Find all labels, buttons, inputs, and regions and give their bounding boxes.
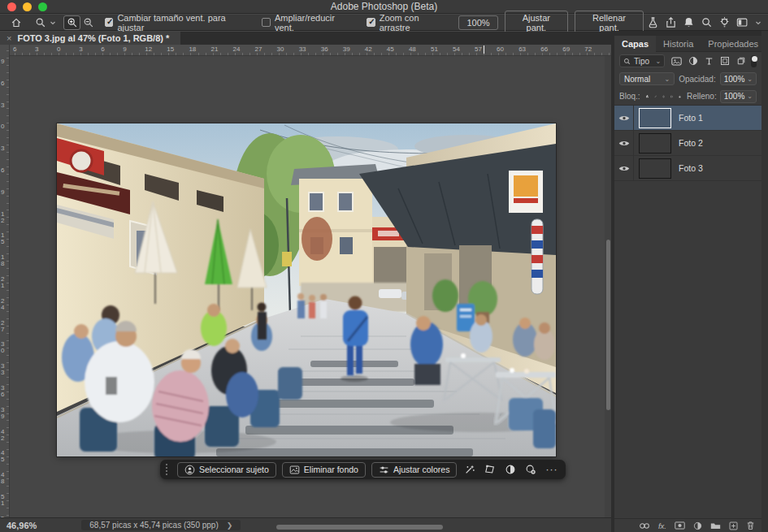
layers-bottom-toolbar: fx. [614, 518, 761, 532]
zoom-tool-button[interactable] [33, 15, 50, 30]
fit-screen-button[interactable]: Ajustar pant. [505, 11, 569, 35]
status-chevron-icon[interactable]: ❯ [227, 521, 233, 530]
scrubby-zoom-checkbox[interactable] [367, 18, 375, 27]
adjustment-circle-icon [505, 464, 516, 475]
select-subject-label: Seleccionar sujeto [199, 465, 269, 474]
share-icon[interactable] [665, 16, 677, 28]
discover-bulb-icon[interactable] [718, 16, 731, 28]
pixel-filter-icon[interactable] [671, 57, 682, 66]
zoom-in-icon [67, 17, 78, 28]
v-ruler-label: 30 [1, 341, 7, 354]
tool-chevron-icon[interactable] [50, 19, 56, 26]
vertical-scrollbar-thumb[interactable] [606, 240, 610, 410]
fill-label: Relleno: [687, 92, 717, 101]
new-adjustment-layer-icon[interactable] [693, 521, 702, 530]
layer-thumbnail[interactable] [639, 158, 671, 179]
layer-name: Foto 3 [679, 163, 703, 173]
new-layer-icon[interactable] [729, 521, 738, 530]
adjust-colors-button[interactable]: Ajustar colores [371, 462, 457, 478]
layer-thumbnail[interactable] [639, 108, 671, 128]
canvas-pasteboard[interactable]: Seleccionar sujeto Eliminar fondo Ajusta… [11, 56, 605, 517]
zoom-all-windows-checkbox[interactable] [262, 18, 271, 27]
shape-filter-icon[interactable] [720, 56, 730, 66]
vertical-ruler[interactable]: 9630369121518212427303336394245485154 [0, 45, 10, 517]
tab-historia[interactable]: Historia [656, 36, 701, 52]
adjustment-button[interactable] [503, 463, 518, 476]
lock-transparency-icon[interactable] [646, 92, 649, 102]
h-ruler-label: 6 [13, 45, 16, 53]
scrubby-zoom-checkbox-item[interactable]: Zoom con arrastre [367, 13, 448, 32]
workspace-chevron-icon[interactable] [755, 19, 761, 26]
image-icon [289, 465, 300, 475]
home-button[interactable] [7, 15, 24, 30]
workspace-icon[interactable] [736, 17, 749, 28]
layer-row[interactable]: Foto 1 [614, 106, 761, 131]
taskbar-more-button[interactable]: ··· [544, 464, 559, 475]
lock-all-icon[interactable] [679, 92, 681, 102]
layer-name: Foto 2 [679, 138, 703, 148]
zoom-out-mode-button[interactable] [80, 15, 98, 30]
tab-capas[interactable]: Capas [614, 36, 656, 52]
h-ruler-label: 3 [79, 45, 82, 53]
layer-visibility-cell[interactable] [614, 106, 634, 130]
layer-list: Foto 1 Foto 2 Foto 3 [614, 106, 761, 181]
type-filter-icon[interactable] [705, 57, 714, 66]
remove-background-button[interactable]: Eliminar fondo [282, 462, 366, 478]
transform-icon [484, 464, 496, 475]
h-ruler-label: 57 [475, 45, 482, 53]
notifications-bell-icon[interactable] [683, 16, 695, 28]
horizontal-scrollbar-thumb[interactable] [276, 525, 443, 530]
document-info-chip[interactable]: 68,57 picas x 45,74 picas (350 ppp) ❯ [81, 520, 241, 530]
status-zoom-value[interactable]: 46,96% [7, 521, 37, 530]
blend-mode-select[interactable]: Normal ⌄ [619, 72, 675, 85]
beta-flask-icon[interactable] [647, 16, 659, 28]
document-tab[interactable]: × FOTO 3.jpg al 47% (Foto 1, RGB/8) * [0, 32, 180, 45]
delete-layer-trash-icon[interactable] [746, 521, 755, 530]
v-ruler-label: 48 [1, 472, 7, 485]
resize-window-checkbox[interactable] [105, 18, 114, 27]
generative-sparkle-button[interactable] [462, 463, 477, 476]
tab-propiedades[interactable]: Propiedades [701, 36, 766, 52]
remove-background-label: Eliminar fondo [304, 465, 358, 474]
collapsed-dock-strip[interactable] [761, 31, 768, 532]
horizontal-ruler[interactable]: 6303691215182124273033363942454851545760… [10, 45, 611, 56]
resize-window-checkbox-item[interactable]: Cambiar tamaño vent. para ajustar [105, 13, 248, 32]
ruler-cursor-indicator [484, 45, 484, 54]
smart-object-filter-icon[interactable] [736, 56, 746, 66]
canvas-photo[interactable] [57, 123, 556, 456]
harmonize-button[interactable] [523, 463, 538, 476]
layer-row[interactable]: Foto 3 [614, 156, 761, 181]
layer-row[interactable]: Foto 2 [614, 131, 761, 156]
layer-visibility-cell[interactable] [614, 156, 634, 180]
v-ruler-label: 0 [1, 123, 7, 130]
taskbar-drag-handle[interactable] [166, 464, 170, 475]
layer-thumbnail[interactable] [639, 133, 671, 154]
blend-mode-chevron-icon: ⌄ [664, 76, 670, 83]
h-ruler-label: 30 [277, 45, 284, 53]
v-ruler-label: 12 [1, 211, 7, 224]
lock-position-move-icon[interactable] [662, 92, 665, 102]
zoom-all-windows-checkbox-item[interactable]: Ampliar/reducir vent. [262, 13, 352, 32]
select-subject-button[interactable]: Seleccionar sujeto [177, 462, 276, 478]
layer-visibility-cell[interactable] [614, 131, 634, 155]
window-title: Adobe Photoshop (Beta) [0, 1, 768, 12]
search-icon[interactable] [701, 16, 713, 28]
vertical-scrollbar[interactable] [605, 56, 611, 517]
link-layers-icon[interactable] [639, 522, 650, 530]
filter-type-select[interactable]: Tipo ⌄ [619, 54, 665, 67]
adjustment-filter-icon[interactable] [688, 56, 698, 66]
h-ruler-label: 66 [540, 45, 548, 53]
close-tab-icon[interactable]: × [7, 33, 11, 43]
transform-button[interactable] [483, 463, 497, 476]
filter-toggle[interactable] [751, 55, 757, 67]
opacity-value-box[interactable]: 100% ⌄ [720, 72, 757, 85]
fill-value-box[interactable]: 100% ⌄ [720, 90, 757, 103]
lock-artboard-icon[interactable] [670, 92, 673, 102]
new-group-folder-icon[interactable] [710, 521, 721, 530]
layer-effects-button[interactable]: fx. [658, 521, 666, 530]
h-ruler-label: 12 [145, 45, 152, 53]
add-mask-icon[interactable] [675, 521, 685, 530]
zoom-in-mode-button[interactable] [63, 15, 80, 30]
lock-pixels-brush-icon[interactable] [654, 92, 657, 102]
zoom-100-button[interactable]: 100% [458, 15, 497, 30]
